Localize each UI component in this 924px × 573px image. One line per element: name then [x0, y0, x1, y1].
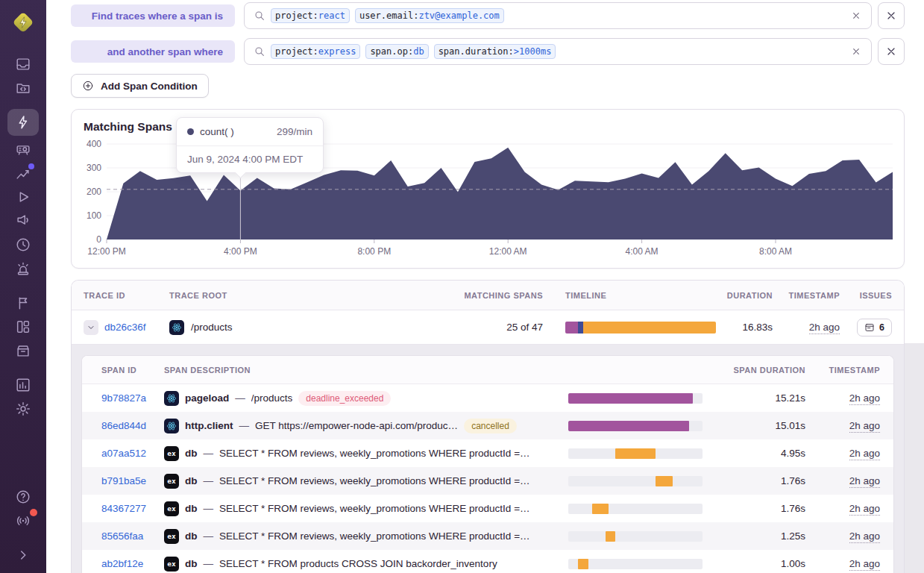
flag-icon [15, 295, 31, 311]
matching-spans-chart-card: Matching Spans 12:00 PM4:00 PM8:00 PM12:… [71, 109, 905, 269]
notification-dot-red [30, 509, 37, 516]
sidebar-item-releases[interactable] [7, 291, 39, 315]
sidebar-item-web-vitals[interactable] [7, 137, 39, 161]
query-row-1: Find traces where a span is project:reac… [71, 2, 905, 29]
code-folder-icon [15, 80, 31, 96]
filter-token[interactable]: project:react [271, 8, 350, 23]
remove-condition-1-button[interactable] [878, 2, 905, 29]
filter-token[interactable]: user.email:ztv@example.com [355, 8, 504, 23]
clear-input-icon[interactable] [850, 10, 862, 22]
express-icon: ex [164, 446, 179, 461]
query-row-2-label: and another span where [71, 40, 235, 63]
svg-text:200: 200 [87, 187, 101, 197]
tooltip-value: 299/min [277, 126, 312, 137]
sidebar-item-crons[interactable] [7, 233, 39, 257]
span-op: db [185, 448, 198, 459]
span-duration-bar [568, 393, 703, 404]
span-duration-bar [568, 559, 703, 569]
span-description-text: SELECT * FROM reviews, weekly_promotions… [219, 503, 530, 514]
app-logo[interactable] [10, 9, 37, 36]
span-description-text: GET https://empower-node-api.com/produc… [255, 420, 458, 431]
span-timestamp[interactable]: 2h ago [849, 530, 880, 543]
span-duration-bar [568, 476, 703, 486]
span-duration-bar [568, 504, 703, 514]
filter-token[interactable]: project:express [271, 44, 360, 59]
span-op: db [185, 503, 198, 514]
span-timestamp[interactable]: 2h ago [849, 420, 880, 433]
span-row: 86ed844d http.client — GET https://empow… [82, 412, 893, 439]
sidebar-item-alerts[interactable] [7, 257, 39, 281]
span-row: 84367277 ex db — SELECT * FROM reviews, … [82, 495, 893, 522]
sidebar-item-service-status[interactable] [7, 509, 39, 533]
span-id-link[interactable]: 9b78827a [101, 392, 146, 404]
span-op: http.client [185, 420, 233, 431]
filter-token[interactable]: span.duration:>1000ms [434, 44, 556, 59]
collapse-trace-button[interactable] [84, 320, 98, 335]
span-timestamp[interactable]: 2h ago [849, 503, 880, 516]
span-id-link[interactable]: 85656faa [101, 530, 143, 542]
span-row: 85656faa ex db — SELECT * FROM reviews, … [82, 522, 893, 550]
remove-condition-2-button[interactable] [878, 38, 905, 65]
col-trace-root: TRACE ROOT [169, 291, 437, 300]
chevron-down-icon [87, 323, 95, 332]
span-timestamp[interactable]: 2h ago [849, 475, 880, 488]
search-bar-2[interactable]: project:express span.op:db span.duration… [244, 38, 872, 65]
sidebar-item-projects[interactable] [7, 76, 39, 100]
span-timestamp[interactable]: 2h ago [849, 392, 880, 405]
trace-table-header: TRACE ID TRACE ROOT MATCHING SPANS TIMEL… [72, 281, 904, 310]
col-timeline: TIMELINE [549, 291, 702, 300]
sidebar-collapse-toggle[interactable] [7, 543, 39, 567]
siren-icon [15, 260, 31, 277]
react-icon [164, 419, 179, 433]
sidebar-item-traces[interactable] [7, 109, 39, 136]
trace-root-name: /products [191, 322, 233, 333]
sidebar-item-help[interactable] [7, 485, 39, 509]
plus-circle-icon [82, 80, 94, 92]
col-duration: DURATION [702, 291, 773, 300]
svg-text:8:00 AM: 8:00 AM [759, 246, 792, 257]
span-description-text: SELECT * FROM reviews, weekly_promotions… [219, 475, 530, 486]
trace-id-link[interactable]: db26c36f [104, 322, 146, 333]
trace-timestamp[interactable]: 2h ago [809, 322, 840, 334]
col-span-description: SPAN DESCRIPTION [164, 366, 568, 375]
col-span-duration: SPAN DURATION [717, 366, 805, 375]
trace-issues-button[interactable]: 6 [857, 319, 892, 336]
search-bar-1[interactable]: project:react user.email:ztv@example.com [244, 2, 872, 29]
sidebar-item-stats[interactable] [7, 373, 39, 397]
sidebar-item-replays[interactable] [7, 185, 39, 209]
span-description-text: SELECT * FROM products CROSS JOIN backor… [219, 558, 497, 569]
span-id-link[interactable]: b791ba5e [101, 475, 146, 486]
col-span-timestamp: TIMESTAMP [805, 366, 880, 375]
matching-spans-count: 25 of 47 [437, 322, 549, 333]
react-icon [169, 320, 184, 335]
sidebar-item-metrics[interactable] [7, 161, 39, 185]
expanded-trace-section: SPAN ID SPAN DESCRIPTION SPAN DURATION T… [72, 344, 904, 573]
clear-input-icon[interactable] [850, 46, 862, 57]
search-icon [254, 10, 265, 22]
filter-token[interactable]: span.op:db [365, 44, 428, 59]
sidebar-item-feedback[interactable] [7, 209, 39, 233]
issues-panel-icon [864, 322, 875, 333]
span-duration: 1.25s [717, 530, 805, 542]
status-badge: deadline_exceeded [298, 391, 391, 406]
span-id-link[interactable]: 86ed844d [101, 420, 146, 431]
sidebar-bottom [7, 485, 39, 567]
svg-text:300: 300 [87, 163, 101, 173]
sidebar-item-issues[interactable] [7, 52, 39, 76]
query-row-2: and another span where project:express s… [71, 38, 905, 65]
span-id-link[interactable]: 84367277 [101, 503, 146, 514]
svg-text:400: 400 [87, 139, 101, 149]
sidebar-item-archive[interactable] [7, 339, 39, 363]
archive-box-icon [15, 342, 31, 359]
span-timestamp[interactable]: 2h ago [849, 558, 880, 571]
sidebar-item-settings[interactable] [7, 397, 39, 421]
express-icon: ex [164, 557, 179, 572]
sidebar-item-dashboards[interactable] [7, 315, 39, 339]
chevron-right-icon [15, 547, 31, 563]
span-id-link[interactable]: ab2bf12e [101, 558, 143, 569]
add-span-condition-button[interactable]: Add Span Condition [71, 74, 209, 98]
span-duration-bar [568, 448, 703, 459]
span-timestamp[interactable]: 2h ago [849, 448, 880, 460]
tooltip-series-name: count( ) [200, 126, 234, 137]
span-id-link[interactable]: a07aa512 [101, 448, 146, 459]
